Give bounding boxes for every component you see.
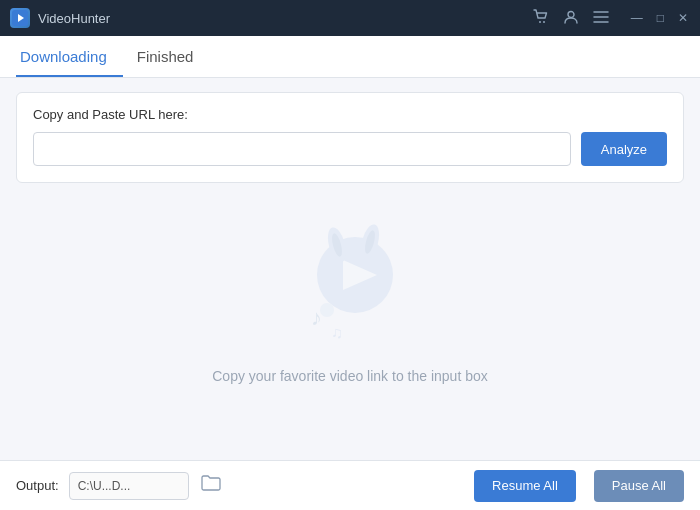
url-row: Analyze	[33, 132, 667, 166]
title-bar: VideoHunter — □ ✕	[0, 0, 700, 36]
app-icon	[10, 8, 30, 28]
analyze-button[interactable]: Analyze	[581, 132, 667, 166]
svg-point-2	[539, 21, 541, 23]
empty-state-text: Copy your favorite video link to the inp…	[212, 368, 488, 384]
svg-point-16	[320, 303, 334, 317]
title-bar-controls: — □ ✕	[533, 9, 690, 27]
maximize-button[interactable]: □	[655, 12, 666, 24]
url-section: Copy and Paste URL here: Analyze	[16, 92, 684, 183]
tab-downloading[interactable]: Downloading	[16, 36, 123, 77]
main-content: Downloading Finished Copy and Paste URL …	[0, 36, 700, 510]
menu-icon[interactable]	[593, 10, 609, 26]
user-icon[interactable]	[563, 9, 579, 27]
output-path: C:\U...D...	[69, 472, 189, 500]
minimize-button[interactable]: —	[629, 12, 645, 24]
tab-finished[interactable]: Finished	[133, 36, 210, 77]
svg-point-3	[543, 21, 545, 23]
resume-all-button[interactable]: Resume All	[474, 470, 576, 502]
empty-state: ♪ ♫ Copy your favorite video link to the…	[0, 183, 700, 460]
pause-all-button[interactable]: Pause All	[594, 470, 684, 502]
output-label: Output:	[16, 478, 59, 493]
url-label: Copy and Paste URL here:	[33, 107, 667, 122]
folder-icon[interactable]	[201, 474, 221, 497]
svg-point-4	[568, 12, 574, 18]
cart-icon[interactable]	[533, 9, 549, 27]
close-button[interactable]: ✕	[676, 12, 690, 24]
app-title: VideoHunter	[38, 11, 110, 26]
url-input[interactable]	[33, 132, 571, 166]
title-bar-left: VideoHunter	[10, 8, 110, 28]
empty-illustration: ♪ ♫	[285, 220, 415, 350]
svg-text:♫: ♫	[331, 324, 343, 341]
footer: Output: C:\U...D... Resume All Pause All	[0, 460, 700, 510]
tabs-bar: Downloading Finished	[0, 36, 700, 78]
window-controls: — □ ✕	[629, 12, 690, 24]
